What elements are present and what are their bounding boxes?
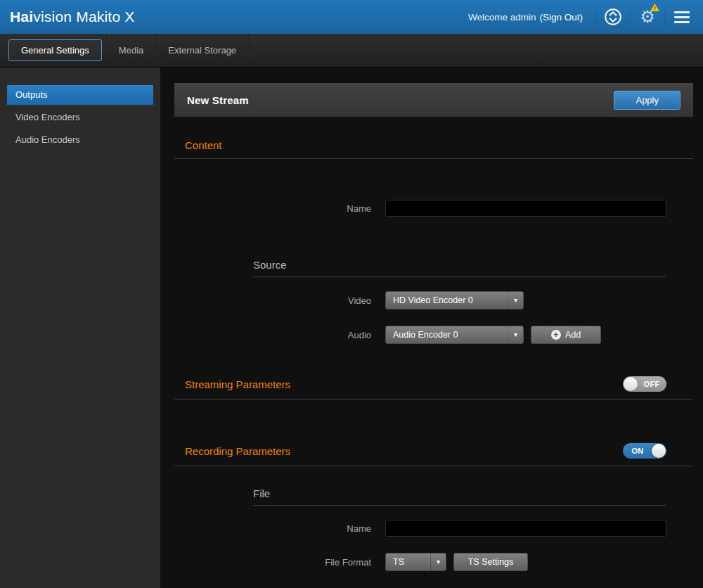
stream-name-row: Name (174, 200, 693, 217)
recording-section-title: Recording Parameters (185, 445, 290, 457)
brand-logo[interactable]: Haivision Makito X (10, 8, 135, 25)
streaming-section-title: Streaming Parameters (185, 378, 290, 390)
streaming-section-header: Streaming Parameters OFF (174, 376, 693, 392)
sign-out-link[interactable]: (Sign Out) (539, 12, 583, 23)
app-root: Haivision Makito X Welcome admin (Sign O… (0, 0, 703, 588)
tab-bar: General Settings Media External Storage (0, 34, 703, 68)
tab-general-settings[interactable]: General Settings (8, 39, 102, 61)
content-area: Outputs Video Encoders Audio Encoders Ne… (0, 68, 703, 588)
recording-section-header: Recording Parameters ON (174, 443, 693, 459)
chevron-down-icon: ▾ (508, 326, 523, 343)
chevron-down-icon: ▾ (508, 292, 523, 309)
tab-media[interactable]: Media (107, 40, 155, 60)
menu-hamburger-icon[interactable] (665, 0, 699, 34)
audio-source-selected: Audio Encoder 0 (386, 330, 508, 340)
section-divider (174, 466, 693, 466)
file-name-label: Name (174, 523, 385, 534)
streaming-toggle[interactable]: OFF (623, 376, 666, 392)
add-audio-label: Add (565, 330, 581, 340)
top-header: Haivision Makito X Welcome admin (Sign O… (0, 0, 703, 34)
audio-source-row: Audio Audio Encoder 0 ▾ + Add (174, 326, 693, 344)
audio-source-label: Audio (174, 330, 385, 340)
toggle-knob (652, 444, 666, 458)
main-panel: New Stream Apply Content Name Source Vid… (160, 68, 703, 588)
apply-button[interactable]: Apply (614, 91, 681, 110)
content-section-header: Content (174, 139, 693, 151)
settings-gear-icon[interactable]: ⚙ ! (631, 0, 664, 34)
source-subheading: Source (253, 259, 666, 271)
video-source-dropdown[interactable]: HD Video Encoder 0 ▾ (385, 291, 524, 309)
video-source-row: Video HD Video Encoder 0 ▾ (174, 291, 693, 309)
ts-settings-button[interactable]: TS Settings (453, 553, 528, 571)
help-compass-icon[interactable] (596, 0, 630, 34)
streaming-toggle-state: OFF (638, 380, 666, 388)
recording-toggle-state: ON (624, 447, 652, 455)
file-format-label: File Format (174, 557, 385, 568)
sidebar-item-audio-encoders[interactable]: Audio Encoders (7, 130, 153, 150)
sub-divider (253, 276, 666, 277)
recording-toggle[interactable]: ON (623, 443, 666, 459)
content-section-title: Content (185, 139, 222, 151)
file-format-row: File Format TS ▾ TS Settings (174, 553, 693, 571)
sidebar-item-video-encoders[interactable]: Video Encoders (7, 108, 153, 127)
header-right-group: Welcome admin (Sign Out) ⚙ ! (468, 0, 699, 34)
page-title: New Stream (187, 94, 249, 106)
file-format-dropdown[interactable]: TS ▾ (385, 553, 446, 571)
tab-separator (248, 34, 249, 67)
sidebar: Outputs Video Encoders Audio Encoders (0, 68, 160, 588)
stream-name-input[interactable] (385, 200, 666, 217)
toggle-knob (624, 377, 638, 391)
file-subheading: File (253, 487, 666, 499)
chevron-down-icon: ▾ (430, 554, 446, 570)
new-stream-titlebar: New Stream Apply (174, 83, 693, 117)
section-divider (174, 158, 693, 159)
brand-rest-text: vision Makito X (33, 8, 134, 25)
video-source-label: Video (174, 295, 385, 306)
file-name-row: Name (174, 520, 693, 537)
add-audio-button[interactable]: + Add (531, 326, 601, 344)
file-name-input[interactable] (385, 520, 666, 537)
video-source-selected: HD Video Encoder 0 (386, 295, 508, 305)
audio-source-dropdown[interactable]: Audio Encoder 0 ▾ (385, 326, 524, 344)
file-format-selected: TS (386, 557, 430, 567)
sidebar-item-outputs[interactable]: Outputs (7, 85, 153, 105)
stream-name-label: Name (174, 203, 385, 214)
plus-icon: + (551, 330, 561, 340)
tab-external-storage[interactable]: External Storage (156, 40, 248, 60)
brand-bold-text: Hai (10, 8, 33, 25)
section-divider (174, 399, 693, 400)
sub-divider (253, 505, 666, 506)
welcome-text: Welcome admin (468, 12, 536, 23)
compass-circle-glyph (604, 8, 622, 26)
